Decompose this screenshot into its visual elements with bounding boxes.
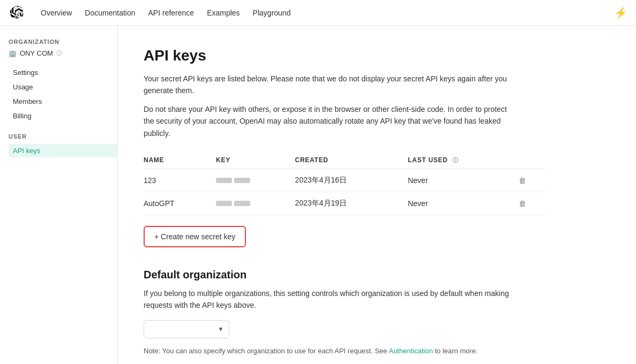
key-created-1: 2023年4月16日 bbox=[295, 169, 408, 192]
key-blur-2 bbox=[216, 201, 250, 206]
nav-playground[interactable]: Playground bbox=[253, 9, 291, 17]
note-text: Note: You can also specify which organiz… bbox=[144, 347, 519, 355]
key-value-1 bbox=[216, 169, 295, 192]
col-name: NAME bbox=[144, 152, 216, 169]
sidebar: ORGANIZATION 🏢 ONY COM ⓘ Settings Usage … bbox=[0, 26, 118, 364]
key-delete-1[interactable]: 🗑 bbox=[519, 169, 546, 192]
delete-icon-2[interactable]: 🗑 bbox=[519, 199, 526, 208]
authentication-link[interactable]: Authentication bbox=[388, 347, 432, 355]
page-title: API keys bbox=[144, 47, 610, 64]
sidebar-item-settings[interactable]: Settings bbox=[9, 66, 117, 79]
building-icon: 🏢 bbox=[9, 50, 17, 57]
blur-block bbox=[216, 201, 232, 206]
user-section-label: USER bbox=[9, 133, 117, 140]
col-actions bbox=[519, 152, 546, 169]
key-blur-1 bbox=[216, 178, 250, 183]
note-suffix: to learn more. bbox=[433, 347, 478, 355]
key-name-2: AutoGPT bbox=[144, 192, 216, 215]
description-1: Your secret API keys are listed below. P… bbox=[144, 73, 519, 97]
col-created: CREATED bbox=[295, 152, 408, 169]
openai-logo bbox=[9, 5, 24, 20]
org-select[interactable] bbox=[144, 320, 229, 338]
org-name: ONY COM bbox=[20, 49, 53, 57]
col-key: KEY bbox=[216, 152, 295, 169]
nav-api-reference[interactable]: API reference bbox=[148, 9, 194, 17]
table-row: 123 2023年4月16日 Never 🗑 bbox=[144, 169, 545, 192]
nav-examples[interactable]: Examples bbox=[207, 9, 240, 17]
api-keys-table: NAME KEY CREATED LAST USED ⓘ 123 bbox=[144, 152, 545, 215]
blur-block bbox=[216, 178, 232, 183]
sidebar-item-members[interactable]: Members bbox=[9, 95, 117, 108]
default-org-desc: If you belong to multiple organizations,… bbox=[144, 287, 519, 312]
key-value-2 bbox=[216, 192, 295, 215]
blur-block bbox=[234, 201, 250, 206]
main-content: API keys Your secret API keys are listed… bbox=[118, 26, 636, 364]
bolt-icon: ⚡ bbox=[614, 6, 627, 19]
default-org-title: Default organization bbox=[144, 269, 610, 281]
org-select-wrapper: ▼ bbox=[144, 320, 229, 338]
description-2: Do not share your API key with others, o… bbox=[144, 103, 519, 139]
key-name-1: 123 bbox=[144, 169, 216, 192]
delete-icon[interactable]: 🗑 bbox=[519, 176, 526, 185]
top-nav: Overview Documentation API reference Exa… bbox=[0, 0, 636, 26]
org-item: 🏢 ONY COM ⓘ bbox=[9, 49, 117, 57]
sidebar-item-api-keys[interactable]: API keys bbox=[9, 144, 117, 157]
key-last-used-1: Never bbox=[408, 169, 518, 192]
create-btn-wrapper: + Create new secret key bbox=[144, 226, 545, 247]
table-row: AutoGPT 2023年4月19日 Never 🗑 bbox=[144, 192, 545, 215]
col-last-used: LAST USED ⓘ bbox=[408, 152, 518, 169]
nav-overview[interactable]: Overview bbox=[41, 9, 72, 17]
sidebar-item-usage[interactable]: Usage bbox=[9, 80, 117, 94]
last-used-info-icon[interactable]: ⓘ bbox=[452, 157, 459, 163]
org-section-label: ORGANIZATION bbox=[9, 39, 117, 45]
org-info-icon[interactable]: ⓘ bbox=[56, 49, 62, 57]
nav-documentation[interactable]: Documentation bbox=[85, 9, 135, 17]
key-created-2: 2023年4月19日 bbox=[295, 192, 408, 215]
note-prefix: Note: You can also specify which organiz… bbox=[144, 347, 388, 355]
key-last-used-2: Never bbox=[408, 192, 518, 215]
blur-block bbox=[234, 178, 250, 183]
create-secret-key-button[interactable]: + Create new secret key bbox=[144, 226, 246, 247]
key-delete-2[interactable]: 🗑 bbox=[519, 192, 546, 215]
sidebar-item-billing[interactable]: Billing bbox=[9, 109, 117, 123]
